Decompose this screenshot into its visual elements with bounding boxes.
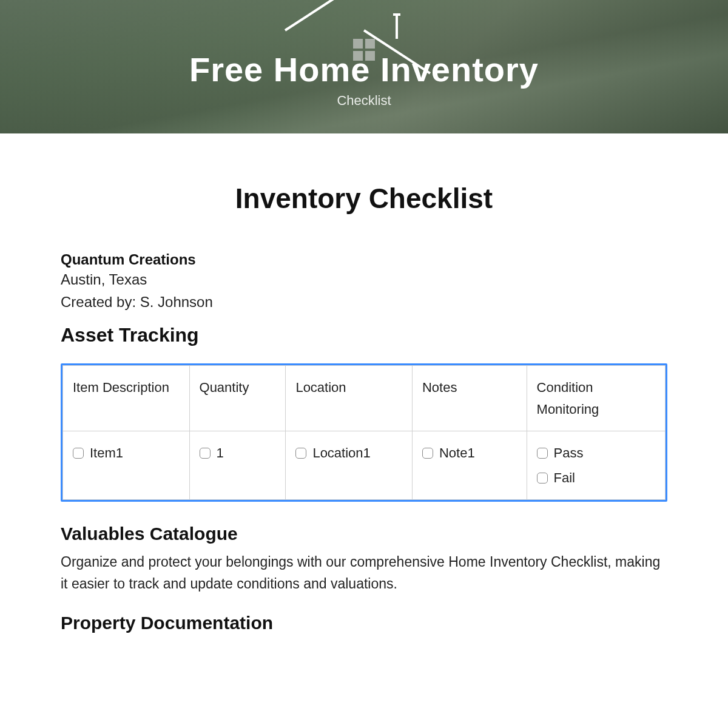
section-valuables: Valuables Catalogue: [61, 524, 667, 544]
valuables-description: Organize and protect your belongings wit…: [61, 551, 667, 595]
cell-item: Item1: [90, 445, 123, 460]
document-body: Inventory Checklist Quantum Creations Au…: [0, 133, 728, 633]
cell-qty: 1: [217, 445, 224, 460]
org-name: Quantum Creations: [61, 251, 196, 268]
page-title: Inventory Checklist: [61, 182, 667, 215]
col-item-description: Item Description: [63, 366, 190, 431]
cell-fail: Fail: [554, 470, 575, 485]
col-condition: Condition Monitoring: [527, 366, 665, 431]
col-notes: Notes: [412, 366, 527, 431]
cell-location: Location1: [312, 445, 370, 460]
table-row: Item1 1 Location1: [63, 431, 666, 499]
section-asset-tracking: Asset Tracking: [61, 324, 667, 346]
checkbox-qty[interactable]: [200, 448, 211, 459]
checkbox-notes[interactable]: [422, 448, 433, 459]
checkbox-item[interactable]: [73, 448, 84, 459]
hero-subtitle: Checklist: [337, 93, 391, 109]
hero-title: Free Home Inventory: [189, 50, 539, 89]
checkbox-fail[interactable]: [537, 473, 548, 484]
asset-table: Item Description Quantity Location Notes…: [61, 363, 667, 502]
org-location: Austin, Texas: [61, 268, 667, 291]
col-location: Location: [286, 366, 413, 431]
document-meta: Quantum Creations Austin, Texas Created …: [61, 251, 667, 313]
hero-banner: Free Home Inventory Checklist: [0, 0, 728, 133]
checkbox-location[interactable]: [295, 448, 306, 459]
section-property-documentation: Property Documentation: [61, 613, 667, 633]
cell-notes: Note1: [439, 445, 475, 460]
table-header-row: Item Description Quantity Location Notes…: [63, 366, 666, 431]
checkbox-pass[interactable]: [537, 448, 548, 459]
cell-pass: Pass: [554, 445, 584, 460]
col-quantity: Quantity: [189, 366, 286, 431]
created-by: Created by: S. Johnson: [61, 291, 667, 313]
house-icon: [309, 5, 419, 53]
